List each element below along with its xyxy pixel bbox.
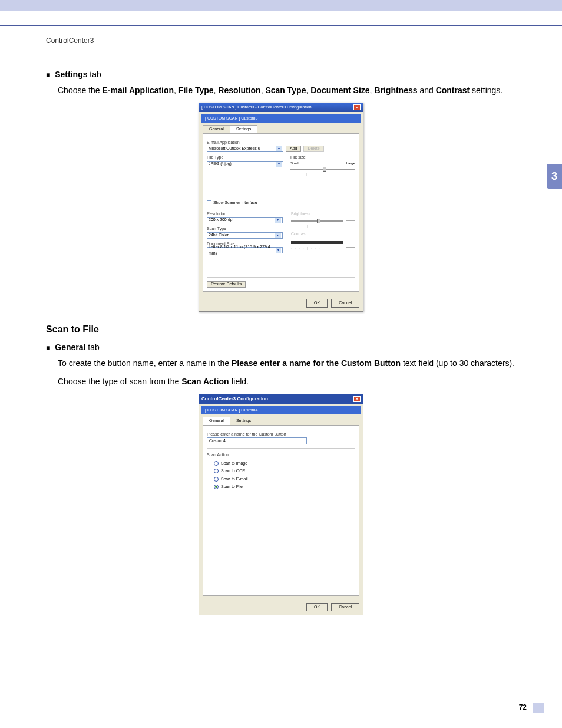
brightness-slider[interactable] [291,220,343,222]
label-resolution: Resolution [207,211,283,218]
b: Scan Type [265,85,306,95]
tab-strip: General Settings [203,125,359,133]
bullet-settings-tab: ■ Settings tab [46,68,516,81]
slider-ticks: · · · · | · · · · [291,224,343,229]
add-button[interactable]: Add [286,146,301,152]
dialog-settings: [ CUSTOM SCAN ] Custom3 - ControlCenter3… [199,103,363,312]
b: Document Size [310,85,369,95]
dialog-footer: OK Cancel [199,295,363,311]
tab-strip: General Settings [203,417,359,425]
top-bar [0,0,562,11]
chapter-tab: 3 [547,164,562,189]
ok-button[interactable]: OK [306,299,328,308]
filesize-large: Large [346,161,355,166]
tab-body: E-mail Application Microsoft Outlook Exp… [203,133,359,292]
b: Contrast [436,85,470,95]
chevron-down-icon: ▾ [275,233,281,238]
restore-defaults-button[interactable]: Restore Defaults [207,281,246,288]
divider [207,448,355,449]
dialog-general: ControlCenter3 Configuration ✕ [ CUSTOM … [199,394,363,616]
cancel-button[interactable]: Cancel [331,299,359,308]
breadcrumb: ControlCenter3 [46,37,562,45]
checkbox-icon [207,200,211,205]
b: Scan Action [181,377,229,386]
titlebar[interactable]: ControlCenter3 Configuration ✕ [199,394,363,404]
bullet-text: Settings tab [55,68,101,81]
b: E-mail Application [103,85,174,95]
resolution-select[interactable]: 200 x 200 dpi ▾ [207,217,283,223]
radio-icon [214,477,219,482]
chevron-down-icon: ▾ [275,218,281,223]
resolution-value: 200 x 200 dpi [209,217,233,223]
tab-settings[interactable]: Settings [230,125,257,133]
chevron-down-icon: ▾ [276,146,282,151]
ok-button[interactable]: OK [306,603,328,612]
dialog-subtitle: [ CUSTOM SCAN ] Custom4 [201,406,361,415]
t: text field (up to 30 characters). [401,358,514,368]
titlebar[interactable]: [ CUSTOM SCAN ] Custom3 - ControlCenter3… [199,103,363,112]
label-email-app: E-mail Application [207,140,355,146]
general-label: General [55,342,85,352]
chevron-down-icon: ▾ [276,162,282,167]
tab-body: Please enter a name for the Custom Butto… [203,425,359,596]
b: Brightness [374,85,417,95]
t: and [418,85,436,95]
radio-label: Scan to OCR [221,468,245,475]
tab-suffix: tab [85,342,99,352]
t: Choose the type of scan from the [58,377,181,386]
radio-icon [214,469,219,473]
t: , [174,85,178,95]
page-corner-decoration [533,703,544,713]
brightness-value[interactable] [346,220,355,226]
dialog-footer: OK Cancel [199,599,363,615]
tab-settings[interactable]: Settings [230,417,257,425]
square-bullet-icon: ■ [46,342,50,353]
radio-icon [214,485,219,489]
show-scanner-checkbox[interactable]: Show Scanner Interface [207,200,355,206]
dialog-subtitle: [ CUSTOM SCAN ] Custom3 [201,114,361,123]
radio-label: Scan to File [221,484,243,490]
contrast-value[interactable] [346,242,355,248]
settings-paragraph: Choose the E-mail Application, File Type… [58,84,516,97]
general-paragraph-1: To create the button name, enter a name … [58,357,516,370]
bullet-text: General tab [55,341,100,354]
doc-size-select[interactable]: Letter 8 1/2 x 11 in (215.9 x 279.4 mm) … [207,247,283,253]
custom-name-value: Custom4 [209,438,226,444]
close-icon[interactable]: ✕ [353,104,361,110]
cancel-button[interactable]: Cancel [331,603,359,612]
filesize-slider[interactable] [290,169,355,170]
checkbox-label: Show Scanner Interface [213,200,257,206]
dialog-title: ControlCenter3 Configuration [201,396,268,403]
radio-scan-to-email[interactable]: Scan to E-mail [214,476,355,483]
email-app-select[interactable]: Microsoft Outlook Express 6 ▾ [207,146,283,152]
label-brightness: Brightness [291,211,355,218]
filesize-small: Small [290,161,299,166]
email-app-value: Microsoft Outlook Express 6 [209,146,260,152]
radio-scan-to-ocr[interactable]: Scan to OCR [214,468,355,475]
label-scan-type: Scan Type [207,226,283,232]
radio-label: Scan to E-mail [221,476,248,483]
tab-general[interactable]: General [203,125,230,133]
tab-general[interactable]: General [203,417,230,425]
radio-scan-to-file[interactable]: Scan to File [214,484,355,490]
page-number: 72 [519,703,527,711]
label-file-type: File Type [207,154,285,161]
divider [207,277,355,278]
label-contrast: Contrast [291,231,355,238]
divider-line [0,25,562,26]
radio-label: Scan to Image [221,460,247,467]
close-icon[interactable]: ✕ [353,396,361,402]
label-custom-name: Please enter a name for the Custom Butto… [207,431,355,438]
square-bullet-icon: ■ [46,70,50,80]
file-type-select[interactable]: JPEG (*.jpg) ▾ [207,161,283,167]
label-scan-action: Scan Action [207,452,355,459]
slider-ticks: · · · · | · · · · [290,172,355,177]
b: Resolution [218,85,260,95]
t: field. [229,377,249,386]
dialog-title: [ CUSTOM SCAN ] Custom3 - ControlCenter3… [201,104,312,111]
contrast-slider[interactable] [291,241,343,244]
custom-name-input[interactable]: Custom4 [207,437,307,444]
scan-type-select[interactable]: 24bit Color ▾ [207,232,283,239]
radio-scan-to-image[interactable]: Scan to Image [214,460,355,467]
slider-ticks: · · · · | · · · · [291,246,343,251]
